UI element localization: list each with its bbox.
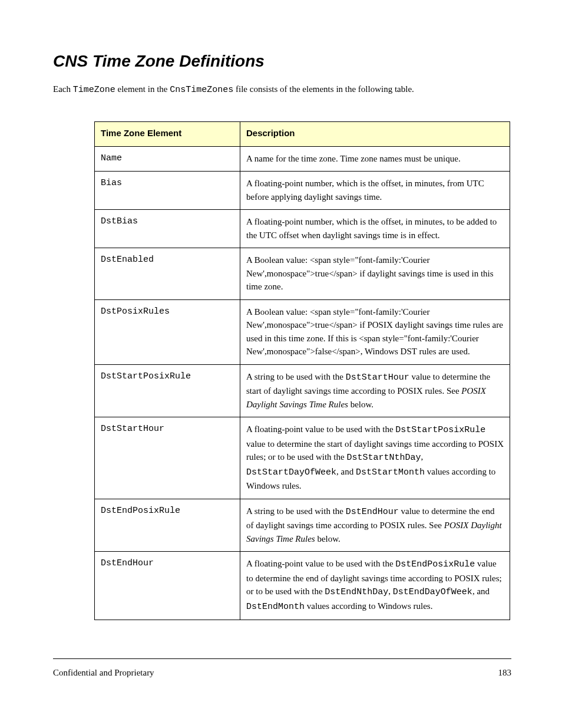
table-row: DstBiasA floating-point number, which is… — [95, 210, 510, 248]
definition-cell: A floating-point number, which is the of… — [240, 210, 510, 248]
definition-cell: A string to be used with the DstStartHou… — [240, 364, 510, 417]
term-cell: DstEndHour — [95, 552, 240, 620]
definition-cell: A floating-point value to be used with t… — [240, 417, 510, 499]
page: CNS Time Zone Definitions Each TimeZone … — [0, 0, 562, 728]
table-row: DstEnabledA Boolean value: <span style="… — [95, 248, 510, 300]
table-row: NameA name for the time zone. Time zone … — [95, 146, 510, 172]
table-row: DstEndPosixRuleA string to be used with … — [95, 499, 510, 552]
table-row: DstPosixRulesA Boolean value: <span styl… — [95, 299, 510, 364]
term-cell: DstPosixRules — [95, 299, 240, 364]
term-cell: DstStartPosixRule — [95, 364, 240, 417]
table-row: DstStartHourA floating-point value to be… — [95, 417, 510, 499]
term-cell: Bias — [95, 172, 240, 210]
time-zone-elements-table: Time Zone Element Description NameA name… — [94, 121, 510, 620]
definition-cell: A name for the time zone. Time zone name… — [240, 146, 510, 172]
footer-page-number: 183 — [498, 668, 512, 678]
definition-cell: A Boolean value: <span style="font-famil… — [240, 299, 510, 364]
section-heading: CNS Time Zone Definitions — [53, 52, 265, 71]
table-header-row: Time Zone Element Description — [95, 122, 510, 147]
definition-cell: A string to be used with the DstEndHour … — [240, 499, 510, 552]
intro-paragraph: Each TimeZone element in the CnsTimeZone… — [53, 83, 510, 97]
term-cell: DstEndPosixRule — [95, 499, 240, 552]
term-cell: DstBias — [95, 210, 240, 248]
definition-cell: A floating-point value to be used with t… — [240, 552, 510, 620]
definition-cell: A Boolean value: <span style="font-famil… — [240, 248, 510, 300]
definition-cell: A floating-point number, which is the of… — [240, 172, 510, 210]
header-definition: Description — [240, 122, 510, 147]
table-row: DstEndHourA floating-point value to be u… — [95, 552, 510, 620]
term-cell: DstEnabled — [95, 248, 240, 300]
footer-rule — [53, 658, 511, 659]
table-body: NameA name for the time zone. Time zone … — [95, 146, 510, 620]
term-cell: Name — [95, 146, 240, 172]
table-row: BiasA floating-point number, which is th… — [95, 172, 510, 210]
header-term: Time Zone Element — [95, 122, 240, 147]
footer-confidential: Confidential and Proprietary — [53, 668, 154, 678]
term-cell: DstStartHour — [95, 417, 240, 499]
table-row: DstStartPosixRuleA string to be used wit… — [95, 364, 510, 417]
